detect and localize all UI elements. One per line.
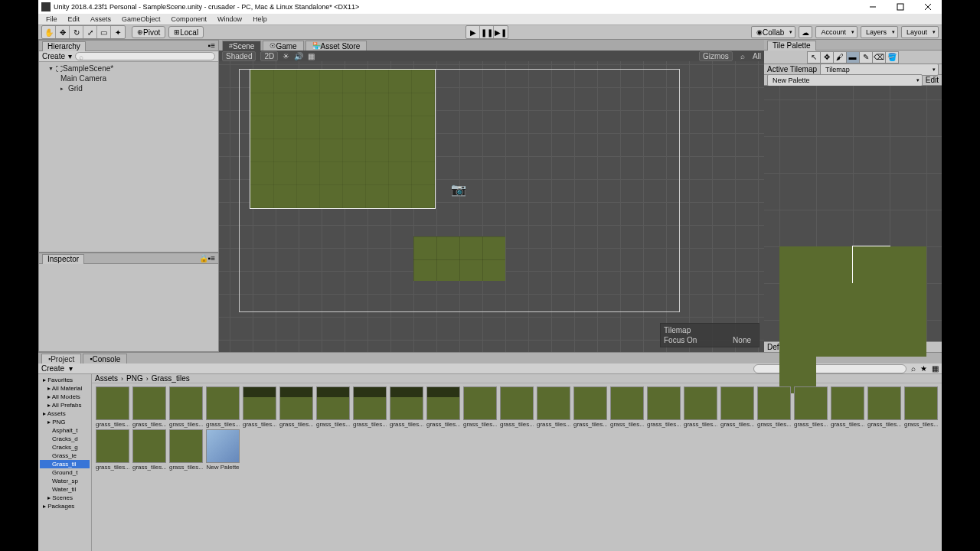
local-toggle[interactable]: ⊞ Local (168, 26, 204, 38)
palette-view[interactable] (764, 86, 942, 341)
tree-item[interactable]: ▸ All Prefabs (40, 401, 90, 409)
asset-item[interactable]: grass_tiles... (242, 386, 277, 428)
move-tool[interactable]: ✥ (56, 26, 70, 38)
layout-dropdown[interactable]: Layout (901, 26, 939, 38)
palette-edit-button[interactable]: Edit (926, 76, 939, 84)
tab-console[interactable]: ▪ Console (83, 354, 127, 364)
tree-item[interactable]: Cracks_g (40, 443, 90, 452)
palette-tile[interactable] (816, 320, 853, 357)
asset-item[interactable]: grass_tiles... (352, 386, 387, 428)
menu-window[interactable]: Window (213, 15, 247, 23)
mode-2d[interactable]: 2D (260, 51, 278, 61)
tab-game[interactable]: ☉ Game (263, 41, 303, 51)
tree-item[interactable]: Water_sp (40, 477, 90, 485)
palette-tile[interactable] (779, 246, 816, 283)
tree-item[interactable]: ▸ Assets (40, 409, 90, 418)
tree-item[interactable]: ▸ Favorites (40, 376, 90, 384)
palette-fill-tool[interactable]: 🪣 (885, 51, 899, 64)
menu-file[interactable]: File (41, 15, 62, 23)
asset-item[interactable]: grass_tiles... (426, 386, 461, 428)
panel-menu-icon[interactable]: ▪≡ (208, 41, 215, 50)
asset-item[interactable]: grass_tiles... (95, 429, 130, 471)
rotate-tool[interactable]: ↻ (70, 26, 83, 38)
panel-menu-icon[interactable]: ▪≡ (208, 254, 215, 262)
step-button[interactable]: ▶❚ (494, 26, 508, 38)
transform-tool[interactable]: ✦ (111, 26, 125, 38)
asset-item[interactable]: grass_tiles... (279, 386, 314, 428)
pause-button[interactable]: ❚❚ (480, 26, 494, 38)
hierarchy-tab[interactable]: Hierarchy (42, 41, 86, 51)
asset-item[interactable]: grass_tiles... (95, 386, 130, 428)
tree-item[interactable]: Grass_le (40, 452, 90, 460)
asset-item[interactable]: grass_tiles... (720, 386, 755, 428)
tree-item[interactable]: Grass_til (40, 460, 90, 468)
hier-scene[interactable]: ▼⛶ SampleScene* (42, 64, 215, 73)
palette-brush-tool[interactable]: 🖌 (833, 51, 847, 64)
lock-icon[interactable]: 🔒 (199, 254, 208, 262)
palette-tile[interactable] (816, 246, 853, 283)
palette-tile[interactable] (779, 283, 816, 320)
close-button[interactable] (917, 1, 939, 13)
asset-item[interactable]: grass_tiles... (830, 386, 865, 428)
palette-select-tool[interactable]: ↖ (807, 51, 821, 64)
maximize-button[interactable] (890, 1, 911, 13)
audio-icon[interactable]: 🔊 (294, 52, 303, 60)
hierarchy-search[interactable]: ⌕ (75, 52, 215, 60)
project-create[interactable]: Create (41, 364, 64, 373)
asset-item[interactable]: grass_tiles... (315, 386, 351, 428)
palette-tile[interactable] (816, 283, 853, 320)
palette-eraser-tool[interactable]: ⌫ (872, 51, 886, 64)
palette-tile[interactable] (853, 320, 890, 357)
tree-item[interactable]: Cracks_d (40, 435, 90, 443)
palette-tile[interactable] (853, 283, 890, 320)
palette-tile-selected[interactable] (853, 246, 890, 283)
asset-item[interactable]: grass_tiles... (132, 386, 167, 428)
asset-item[interactable]: grass_tiles... (168, 386, 204, 428)
palette-move-tool[interactable]: ✥ (820, 51, 834, 64)
asset-item[interactable]: grass_tiles... (389, 386, 424, 428)
project-search[interactable] (753, 364, 906, 373)
hier-grid[interactable]: ▸Grid (42, 83, 215, 93)
gizmos-dropdown[interactable]: Gizmos (699, 51, 733, 61)
asset-item[interactable]: grass_tiles... (756, 386, 792, 428)
asset-item[interactable]: grass_tiles... (132, 429, 167, 471)
asset-item[interactable]: grass_tiles... (205, 386, 240, 428)
menu-help[interactable]: Help (248, 15, 272, 23)
tree-item[interactable]: ▸ PNG (40, 418, 90, 426)
asset-item[interactable]: grass_tiles... (462, 386, 498, 428)
palette-box-tool[interactable]: ▬ (846, 51, 860, 64)
save-icon[interactable]: ★ (920, 364, 927, 373)
asset-item[interactable]: grass_tiles... (573, 386, 608, 428)
filter-icon[interactable]: ⌕ (911, 364, 916, 373)
hand-tool[interactable]: ✋ (42, 26, 56, 38)
layers-dropdown[interactable]: Layers (861, 26, 898, 38)
menu-component[interactable]: Component (167, 15, 212, 23)
asset-item[interactable]: grass_tiles... (903, 386, 939, 428)
tab-project[interactable]: ▪ Project (41, 354, 81, 364)
overlay-none-button[interactable]: None (728, 336, 756, 344)
tree-item[interactable]: ▸ All Models (40, 393, 90, 401)
tab-asset-store[interactable]: 🏪 Asset Store (305, 41, 368, 51)
hierarchy-create[interactable]: Create (42, 52, 65, 60)
cloud-button[interactable]: ☁ (799, 26, 812, 38)
palette-tile[interactable] (779, 320, 816, 357)
tree-item[interactable]: Ground_t (40, 468, 90, 477)
palette-tile[interactable] (890, 246, 926, 283)
palette-picker-tool[interactable]: ✎ (859, 51, 873, 64)
asset-item[interactable]: grass_tiles... (168, 429, 204, 471)
palette-tile[interactable] (890, 320, 926, 357)
asset-item[interactable]: grass_tiles... (683, 386, 718, 428)
asset-item[interactable]: grass_tiles... (536, 386, 571, 428)
tree-item[interactable]: Water_til (40, 485, 90, 494)
palette-tile[interactable] (890, 283, 926, 320)
fx-icon[interactable]: ▦ (308, 52, 315, 60)
minimize-button[interactable] (862, 1, 884, 13)
asset-item[interactable]: grass_tiles... (609, 386, 645, 428)
scale-tool[interactable]: ⤢ (83, 26, 97, 38)
scene-search-all[interactable]: All (753, 52, 761, 60)
scene-view[interactable]: 📷 Tilemap Focus OnNone (219, 61, 764, 352)
asset-item[interactable]: grass_tiles... (499, 386, 534, 428)
asset-item[interactable]: grass_tiles... (867, 386, 902, 428)
bc-assets[interactable]: Assets (95, 374, 118, 383)
light-icon[interactable]: ☀ (283, 52, 289, 60)
